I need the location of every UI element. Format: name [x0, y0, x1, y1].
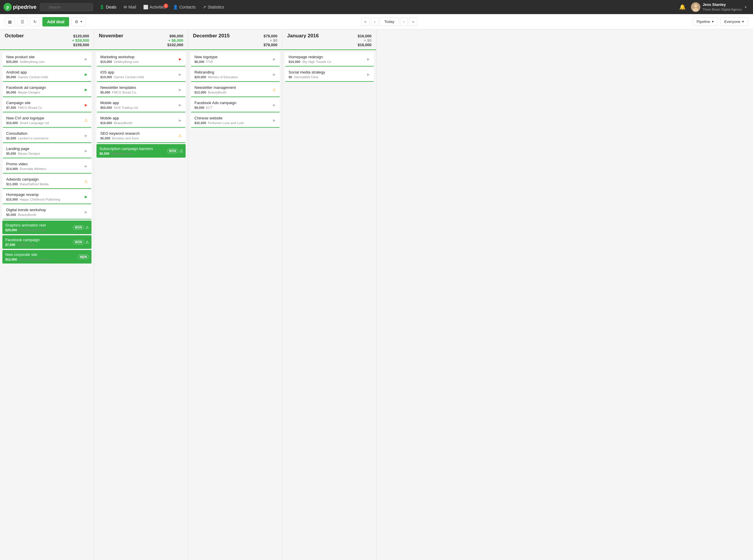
- next-button[interactable]: ›: [400, 17, 408, 26]
- deal-title: New corporate site: [5, 252, 88, 257]
- first-page-button[interactable]: «: [361, 17, 370, 26]
- deal-title: Homepage redesign: [289, 55, 371, 59]
- notifications-bell[interactable]: 🔔: [677, 2, 688, 12]
- activity-icon[interactable]: ▶: [271, 56, 277, 62]
- warn-icon: ⚠: [85, 225, 89, 230]
- deal-amount: $16,000: [289, 60, 300, 63]
- col-delta-november: + $6,000: [167, 38, 183, 43]
- activity-icon[interactable]: ▶: [83, 86, 89, 93]
- deal-company: SellAnything.com: [20, 60, 45, 63]
- activity-icon[interactable]: ▶: [365, 56, 372, 62]
- search-wrapper: 🔍: [40, 3, 93, 11]
- deal-card[interactable]: Homepage redesign $16,000 Sky High Trave…: [285, 52, 374, 66]
- deal-amount: $16,000: [100, 121, 112, 125]
- activity-icon[interactable]: ▶: [83, 71, 89, 78]
- deal-card[interactable]: Rebranding $20,000 Ministry of Education…: [191, 68, 280, 82]
- nav-activities[interactable]: ⬜ Activities 5: [140, 3, 169, 11]
- pipeline-dropdown[interactable]: Pipeline ▼: [693, 17, 718, 26]
- nav-mail[interactable]: ✉ Mail: [121, 3, 139, 11]
- deal-meta: $6,000 ITV8: [194, 60, 277, 63]
- deal-card[interactable]: New corporate site $12,000 Seven Dandeli…: [2, 250, 92, 263]
- deal-card[interactable]: Graphics animation reel $20,000 Entertai…: [2, 221, 92, 234]
- deal-amount: $10,000: [100, 75, 112, 79]
- deal-card[interactable]: Landing page $5,000 Mayan Designs ▶: [2, 144, 92, 158]
- deal-card[interactable]: Facebook Ads campaign $9,000 ECT ▶: [191, 98, 280, 112]
- deal-card[interactable]: iOS app $10,000 Games Central Unltd ▶: [97, 68, 185, 82]
- deal-title: Social media strategy: [289, 70, 371, 75]
- deal-card[interactable]: Newsletter management $12,000 BeautyBoot…: [191, 83, 280, 97]
- activity-icon[interactable]: ▶: [271, 71, 277, 78]
- today-button[interactable]: Today: [380, 17, 399, 26]
- activity-icon[interactable]: ▶: [177, 102, 183, 108]
- deal-card[interactable]: Subscription campaign banners $6,000 Dai…: [97, 144, 185, 158]
- deal-title: Facebook ad campaign: [6, 85, 88, 90]
- deal-card[interactable]: Mobile app $50,000 GHX Trading Ltd ▶: [97, 98, 185, 112]
- nav-deals-label: Deals: [106, 5, 117, 9]
- everyone-dropdown[interactable]: Everyone ▼: [720, 17, 748, 26]
- deal-action-icon[interactable]: ▶: [80, 254, 87, 260]
- nav-contacts-label: Contacts: [179, 5, 196, 9]
- user-menu-chevron: ▼: [744, 5, 747, 9]
- last-page-button[interactable]: »: [409, 17, 417, 26]
- nav-deals[interactable]: 💲 Deals: [97, 3, 119, 11]
- nav-contacts[interactable]: 👤 Contacts: [170, 3, 199, 11]
- deal-card[interactable]: New logotype $6,000 ITV8 ▶: [191, 52, 280, 66]
- deal-title: Promo video: [6, 162, 88, 166]
- deal-card[interactable]: Adwords campaign $11,000 RaiseDaRoof Med…: [2, 175, 92, 189]
- activity-icon[interactable]: ▶: [83, 194, 89, 200]
- deal-card[interactable]: Facebook ad campaign $6,000 Mayan Design…: [2, 83, 92, 97]
- search-input[interactable]: [40, 3, 93, 11]
- deal-title: Adwords campaign: [6, 177, 88, 181]
- deal-card[interactable]: Consultation $2,500 Lambert e-commerce ▶: [2, 129, 92, 143]
- activity-icon[interactable]: ▶: [177, 86, 183, 93]
- activity-icon[interactable]: ▶: [83, 56, 89, 62]
- deal-card[interactable]: Newsletter templates $5,000 FMCG Bread C…: [97, 83, 185, 97]
- activity-icon[interactable]: ▶: [83, 163, 89, 169]
- activity-icon[interactable]: ▶: [177, 56, 183, 62]
- deal-company: BeautyBooth: [208, 91, 226, 94]
- deal-meta: $15,000 Happy Childhood Publishing: [6, 198, 88, 201]
- deal-title: Mobile app: [100, 116, 183, 120]
- deal-card[interactable]: SEO keyword research $5,000 Brockley and…: [97, 129, 185, 143]
- col-subtotal-december: $79,000: [263, 43, 277, 47]
- deal-company: FMCG Bread Co.: [112, 91, 137, 94]
- user-menu[interactable]: Jess Stanley Three Bears Digital Agency …: [689, 1, 750, 13]
- activity-icon[interactable]: ▶: [271, 117, 277, 123]
- deal-amount: $5,000: [100, 91, 110, 94]
- kanban-view-button[interactable]: ▦: [5, 17, 15, 26]
- refresh-button[interactable]: ↻: [30, 17, 40, 26]
- deal-card[interactable]: Promo video $14,000 Riverdale Athletics …: [2, 159, 92, 174]
- list-view-button[interactable]: ☰: [17, 17, 28, 26]
- deal-card[interactable]: Homepage revamp $15,000 Happy Childhood …: [2, 190, 92, 204]
- column-november: November $96,000 + $6,000 $102,000 Marke…: [94, 29, 188, 560]
- prev-button[interactable]: ‹: [371, 17, 379, 26]
- activity-icon[interactable]: ▶: [83, 132, 89, 139]
- nav-statistics[interactable]: ↗ Statistics: [200, 3, 227, 11]
- deal-card[interactable]: Facebook campaign $7,500 Cookie Corp WON…: [2, 235, 92, 249]
- deal-amount: $20,000: [5, 228, 17, 232]
- deal-card[interactable]: New CVI and logotype $10,000 Smart Langu…: [2, 114, 92, 128]
- deal-card[interactable]: Mobile app $16,000 BeautyBooth ▶: [97, 114, 185, 128]
- deal-card[interactable]: Marketing workshop $10,000 SellAnything.…: [97, 52, 185, 66]
- won-badge: WON: [73, 240, 84, 244]
- activity-icon[interactable]: ▶: [83, 102, 89, 108]
- deal-card[interactable]: Campaign site $7,500 FMCG Bread Co. ▶: [2, 98, 92, 112]
- activity-icon[interactable]: ▶: [83, 148, 89, 154]
- activity-icon[interactable]: ▶: [177, 117, 183, 123]
- deal-card[interactable]: New product site $35,000 SellAnything.co…: [2, 52, 92, 66]
- logo[interactable]: p pipedrive: [3, 3, 37, 11]
- activity-icon[interactable]: ▶: [177, 71, 183, 78]
- activity-icon[interactable]: ▶: [365, 71, 372, 78]
- deal-card[interactable]: Social media strategy $0 DermaWell Clini…: [285, 68, 374, 82]
- col-total-october: $120,000: [72, 34, 89, 38]
- deal-card[interactable]: Digital trends workshop $5,000 BeautyBoo…: [2, 205, 92, 219]
- deal-company: Games Central Unltd: [114, 75, 144, 79]
- deals-icon: 💲: [99, 5, 104, 9]
- activity-icon[interactable]: ▶: [83, 209, 89, 215]
- deal-card[interactable]: Android app $9,000 Games Central Unltd ▶: [2, 68, 92, 82]
- deal-card[interactable]: Chinese website $32,000 Perfumes Luxe an…: [191, 114, 280, 128]
- add-deal-button[interactable]: Add deal: [42, 17, 69, 26]
- statistics-icon: ↗: [203, 5, 206, 9]
- activity-icon[interactable]: ▶: [271, 102, 277, 108]
- settings-button[interactable]: ⚙ ▼: [72, 17, 86, 26]
